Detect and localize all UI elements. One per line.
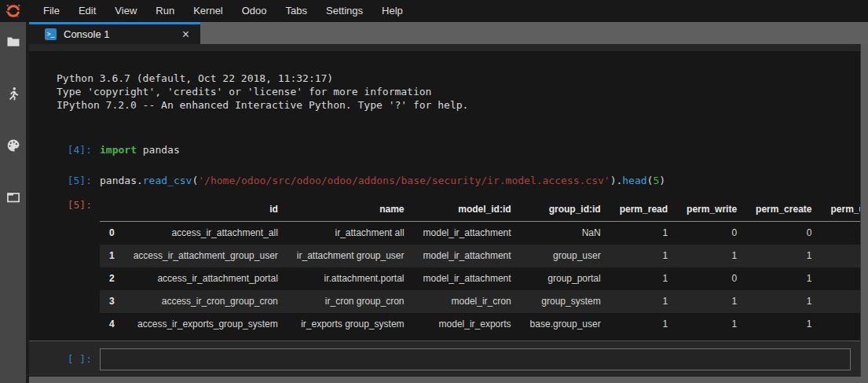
table-cell: 0 xyxy=(677,222,746,245)
table-cell: model_ir_attachment xyxy=(414,222,521,245)
table-cell: 1 xyxy=(821,245,860,267)
table-cell: access_ir_cron_group_cron xyxy=(124,290,288,313)
menu-item-run[interactable]: Run xyxy=(146,0,184,22)
table-cell: 1 xyxy=(746,267,821,290)
table-row: 4access_ir_exports_group_systemir_export… xyxy=(100,313,860,336)
execution-prompt: [5]: xyxy=(29,174,92,187)
code-cell: [5]:pandas.read_csv('/home/odoo/src/odoo… xyxy=(29,174,860,187)
dataframe-header: idnamemodel_id:idgroup_id:idperm_readper… xyxy=(100,198,860,222)
jupyterlab-window: FileEditViewRunKernelOdooTabsSettingsHel… xyxy=(0,0,868,383)
table-cell: model_ir_attachment xyxy=(414,245,521,267)
table-cell: model_ir_exports xyxy=(414,313,521,336)
column-header: model_id:id xyxy=(414,198,521,222)
table-cell: 1 xyxy=(677,313,746,336)
dataframe-output: idnamemodel_id:idgroup_id:idperm_readper… xyxy=(100,198,860,336)
tab-title: Console 1 xyxy=(64,28,179,40)
output-prompt: [5]: xyxy=(29,198,92,212)
table-cell: 1 xyxy=(677,290,746,313)
horizontal-scrollbar[interactable] xyxy=(29,377,868,383)
table-cell: 1 xyxy=(746,313,821,336)
table-cell: ir_attachment group_user xyxy=(288,245,414,267)
table-cell: NaN xyxy=(521,222,610,245)
main-dock-panel: >_ Console 1 × Python 3.6.7 (default, Oc… xyxy=(29,22,868,383)
menu-item-settings[interactable]: Settings xyxy=(317,0,372,22)
code-line: import pandas xyxy=(100,143,180,157)
table-cell: 1 xyxy=(610,290,677,313)
menu-item-edit[interactable]: Edit xyxy=(69,0,105,22)
table-cell: 1 xyxy=(746,290,821,313)
row-index: 3 xyxy=(100,290,124,313)
column-header: id xyxy=(124,198,288,222)
column-header: perm_read xyxy=(610,198,677,222)
table-cell: model_ir_cron xyxy=(414,290,521,313)
body-row: >_ Console 1 × Python 3.6.7 (default, Oc… xyxy=(0,22,868,383)
code-cell: [4]:import pandas xyxy=(29,143,860,157)
table-cell: ir_exports group_system xyxy=(288,313,414,336)
table-cell: 1 xyxy=(821,290,860,313)
menu-item-help[interactable]: Help xyxy=(372,0,412,22)
console-icon: >_ xyxy=(45,28,57,40)
console-input-region: [ ]: xyxy=(29,341,860,377)
console-panel: Python 3.6.7 (default, Oct 22 2018, 11:3… xyxy=(29,44,861,377)
menu-item-file[interactable]: File xyxy=(34,0,69,22)
command-palette-icon[interactable] xyxy=(5,137,22,154)
column-header: perm_write xyxy=(677,198,746,222)
table-cell: 0 xyxy=(821,267,860,290)
console-toolbar-strip xyxy=(29,44,860,51)
tab-console-1[interactable]: >_ Console 1 × xyxy=(29,22,200,44)
row-index: 4 xyxy=(100,313,124,336)
menu-item-kernel[interactable]: Kernel xyxy=(184,0,233,22)
file-browser-icon[interactable] xyxy=(5,33,22,50)
table-cell: 1 xyxy=(610,245,677,267)
odoo-sh-logo-icon xyxy=(5,2,22,20)
table-row: 0access_ir_attachment_allir_attachment a… xyxy=(100,222,860,245)
menu-item-tabs[interactable]: Tabs xyxy=(277,0,317,22)
table-cell: access_ir_attachment_portal xyxy=(124,267,288,290)
running-sessions-icon[interactable] xyxy=(5,85,22,102)
table-row: 2access_ir_attachment_portalir.attachmen… xyxy=(100,267,860,290)
menubar: FileEditViewRunKernelOdooTabsSettingsHel… xyxy=(34,0,412,22)
console-scrollback: Python 3.6.7 (default, Oct 22 2018, 11:3… xyxy=(29,51,860,341)
table-cell: access_ir_attachment_group_user xyxy=(124,245,288,267)
column-header: perm_create xyxy=(746,198,821,222)
table-cell: group_system xyxy=(521,290,610,313)
input-prompt: [ ]: xyxy=(29,353,92,365)
open-tabs-icon[interactable] xyxy=(5,189,22,206)
vertical-scrollbar[interactable] xyxy=(861,44,868,377)
table-cell: 0 xyxy=(677,267,746,290)
row-index: 0 xyxy=(100,222,124,245)
dataframe-body: 0access_ir_attachment_allir_attachment a… xyxy=(100,222,860,337)
content-row: Python 3.6.7 (default, Oct 22 2018, 11:3… xyxy=(29,44,868,377)
column-header: name xyxy=(288,198,414,222)
dataframe-table: idnamemodel_id:idgroup_id:idperm_readper… xyxy=(100,198,860,336)
column-header: group_id:id xyxy=(521,198,610,222)
tab-close-icon[interactable]: × xyxy=(179,28,192,41)
menu-item-view[interactable]: View xyxy=(105,0,146,22)
menu-item-odoo[interactable]: Odoo xyxy=(233,0,277,22)
row-index: 2 xyxy=(100,267,124,290)
table-cell: group_portal xyxy=(521,267,610,290)
table-cell: model_ir_attachment xyxy=(414,267,521,290)
table-cell: ir_cron group_cron xyxy=(288,290,414,313)
table-cell: access_ir_attachment_all xyxy=(124,222,288,245)
tab-bar: >_ Console 1 × xyxy=(29,22,868,44)
odoo-sh-logo xyxy=(0,0,26,22)
execution-prompt: [4]: xyxy=(29,143,92,157)
code-input-editor[interactable] xyxy=(100,348,851,370)
top-menu-bar: FileEditViewRunKernelOdooTabsSettingsHel… xyxy=(0,0,868,22)
table-cell: ir_attachment all xyxy=(288,222,414,245)
left-sidebar xyxy=(0,22,26,383)
table-row: 3access_ir_cron_group_cronir_cron group_… xyxy=(100,290,860,313)
code-line: pandas.read_csv('/home/odoo/src/odoo/odo… xyxy=(100,174,665,187)
row-index: 1 xyxy=(100,245,124,267)
table-cell: ir.attachment.portal xyxy=(288,267,414,290)
table-cell: 1 xyxy=(610,267,677,290)
table-cell: 0 xyxy=(821,222,860,245)
table-cell: 1 xyxy=(821,313,860,336)
table-cell: 1 xyxy=(610,313,677,336)
table-row: 1access_ir_attachment_group_userir_attac… xyxy=(100,245,860,267)
table-cell: access_ir_exports_group_system xyxy=(124,313,288,336)
executed-cells: [4]:import pandas[5]:pandas.read_csv('/h… xyxy=(29,143,860,187)
table-cell: group_user xyxy=(521,245,610,267)
table-cell: 1 xyxy=(746,245,821,267)
